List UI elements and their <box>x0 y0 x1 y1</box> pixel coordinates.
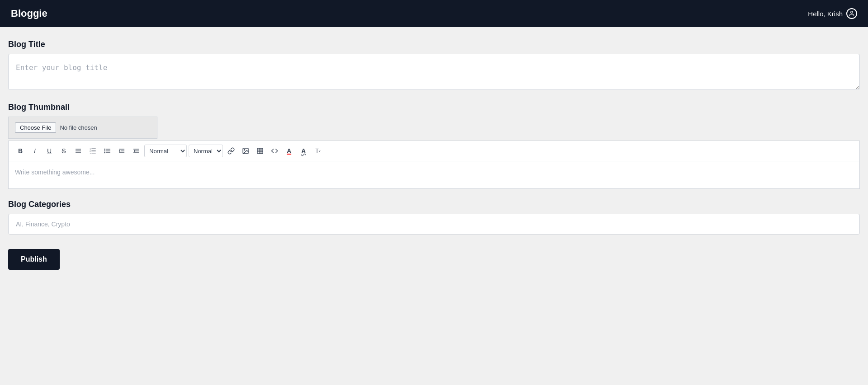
indent-increase-button[interactable] <box>130 145 142 157</box>
brand-logo: Bloggie <box>11 8 47 19</box>
publish-button[interactable]: Publish <box>8 249 60 270</box>
svg-rect-6 <box>91 150 95 151</box>
svg-point-10 <box>104 149 105 150</box>
highlight-button[interactable]: A <box>297 145 310 157</box>
clear-format-button[interactable]: Tx <box>312 145 324 157</box>
svg-rect-24 <box>257 148 263 154</box>
italic-button[interactable]: I <box>28 145 41 157</box>
underline-button[interactable]: U <box>43 145 56 157</box>
no-file-text: No file chosen <box>60 124 97 131</box>
editor-wrapper: B I U S 1. 2.3. <box>8 141 860 189</box>
svg-rect-3 <box>76 152 81 153</box>
format-select-2[interactable]: Normal Small Large <box>189 145 223 157</box>
categories-input[interactable] <box>8 214 860 235</box>
svg-rect-2 <box>76 150 81 151</box>
svg-rect-11 <box>106 149 110 149</box>
code-button[interactable] <box>268 145 281 157</box>
image-button[interactable] <box>239 145 252 157</box>
navbar: Bloggie Hello, Krish <box>0 0 868 27</box>
svg-point-14 <box>104 152 105 154</box>
table-button[interactable] <box>254 145 266 157</box>
indent-decrease-button[interactable] <box>115 145 128 157</box>
categories-label: Blog Categories <box>8 200 860 209</box>
editor-placeholder: Write something awesome... <box>15 169 95 176</box>
svg-rect-1 <box>76 149 81 149</box>
user-avatar-icon <box>846 8 857 19</box>
svg-point-23 <box>244 150 245 150</box>
svg-rect-7 <box>91 153 95 153</box>
editor-area[interactable]: Write something awesome... <box>9 161 859 188</box>
thumbnail-label: Blog Thumbnail <box>8 103 860 112</box>
categories-section: Blog Categories <box>8 200 860 235</box>
user-greeting-container: Hello, Krish <box>808 8 857 19</box>
thumbnail-section: Blog Thumbnail Choose File No file chose… <box>8 103 860 139</box>
align-button[interactable] <box>72 145 85 157</box>
user-greeting-text: Hello, Krish <box>808 10 843 18</box>
format-select-1[interactable]: Normal Heading 1 Heading 2 Heading 3 <box>144 145 187 157</box>
bold-button[interactable]: B <box>14 145 27 157</box>
font-color-button[interactable]: A <box>283 145 295 157</box>
svg-rect-13 <box>106 150 110 151</box>
main-content: Blog Title Blog Thumbnail Choose File No… <box>0 27 868 282</box>
ordered-list-button[interactable]: 1. 2.3. <box>86 145 99 157</box>
unordered-list-button[interactable] <box>101 145 114 157</box>
svg-rect-15 <box>106 152 110 153</box>
blog-title-section: Blog Title <box>8 40 860 103</box>
svg-text:3.: 3. <box>90 152 91 155</box>
toolbar: B I U S 1. 2.3. <box>9 141 859 161</box>
svg-rect-5 <box>91 149 95 149</box>
svg-point-12 <box>104 150 105 152</box>
blog-title-input[interactable] <box>8 54 860 90</box>
svg-point-0 <box>851 11 853 14</box>
choose-file-button[interactable]: Choose File <box>15 122 56 133</box>
blog-title-label: Blog Title <box>8 40 860 49</box>
file-input-wrapper: Choose File No file chosen <box>8 117 157 139</box>
strikethrough-button[interactable]: S <box>57 145 70 157</box>
link-button[interactable] <box>225 145 237 157</box>
